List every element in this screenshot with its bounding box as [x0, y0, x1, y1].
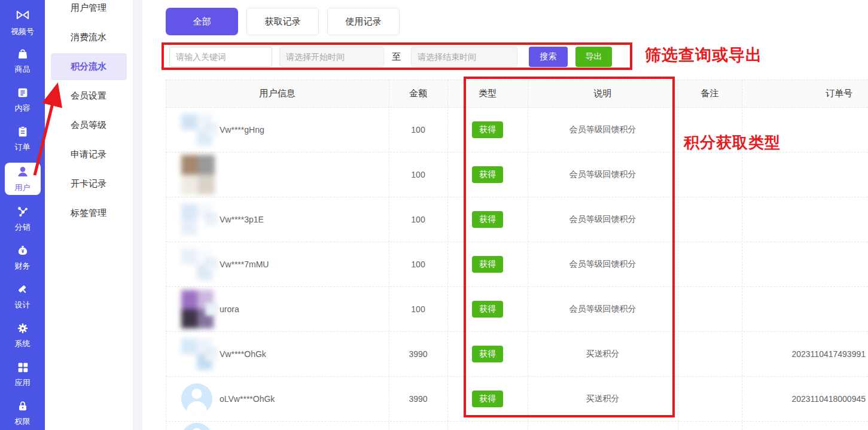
avatar	[181, 383, 212, 414]
tab-use-records[interactable]: 使用记录	[327, 8, 400, 35]
type-cell: 获得	[447, 332, 528, 376]
table-header: 用户信息 金额 类型 说明 备注 订单号	[166, 80, 868, 108]
type-badge: 获得	[472, 166, 503, 183]
name-blur-chip	[205, 258, 218, 271]
amount-cell: 100	[389, 108, 447, 152]
search-button[interactable]: 搜索	[529, 47, 568, 67]
user-name: Vw****3p1E	[220, 215, 264, 224]
order-no-cell: 2023110418000945	[742, 377, 867, 421]
tab-gain-records[interactable]: 获取记录	[246, 8, 319, 35]
user-name: Vw****OhGk	[220, 349, 266, 359]
order-no-cell	[742, 197, 867, 242]
menu-item-consume-flow[interactable]: 消费流水	[45, 23, 133, 52]
order-no-cell: 2023110417493991	[742, 332, 867, 376]
sidebar-item-finance[interactable]: ¥ 财务	[4, 243, 41, 273]
name-blur-chip	[205, 347, 218, 361]
tab-all[interactable]: 全部	[166, 8, 238, 35]
name-blur-chip	[205, 213, 218, 226]
desc-cell: 会员等级回馈积分	[528, 242, 678, 286]
menu-item-tag-management[interactable]: 标签管理	[45, 199, 133, 228]
type-cell: 获得	[447, 153, 528, 197]
order-no-cell	[742, 153, 867, 197]
points-flow-admin-page: 视频号 商品 内容	[0, 0, 868, 430]
desc-cell: 买送积分	[528, 377, 678, 421]
sidebar-item-users[interactable]: 用户	[5, 163, 41, 195]
desc-cell: 买送积分	[528, 332, 678, 376]
amount-cell: 100	[389, 153, 447, 197]
type-badge: 获得	[472, 346, 503, 362]
distribution-network-icon	[16, 205, 29, 220]
remark-cell	[678, 377, 742, 421]
type-cell: 获得	[447, 108, 528, 152]
avatar	[181, 423, 212, 430]
table-row: Vw****3p1E 100 获得 会员等级回馈积分	[166, 197, 868, 242]
sidebar-item-orders[interactable]: 订单	[4, 124, 41, 154]
menu-item-user-management[interactable]: 用户管理	[45, 0, 133, 23]
content-divider	[133, 0, 142, 430]
type-cell: 获得	[447, 377, 528, 421]
order-no-cell	[742, 108, 867, 152]
sidebar-item-label: 用户	[15, 182, 31, 193]
name-blur-chip	[205, 303, 218, 316]
type-badge: 获得	[472, 391, 503, 407]
type-badge: 获得	[472, 301, 503, 318]
permission-lock-icon	[16, 399, 29, 414]
menu-item-member-level[interactable]: 会员等级	[45, 111, 133, 140]
order-no-cell	[742, 242, 867, 286]
sidebar-item-content[interactable]: 内容	[4, 85, 41, 115]
sidebar-item-permissions[interactable]: 权限	[4, 398, 41, 428]
type-cell: 获得	[447, 242, 528, 286]
user-name: urora	[220, 304, 239, 314]
remark-cell	[678, 287, 742, 331]
sidebar-item-system[interactable]: 系统	[4, 321, 41, 350]
column-header-type: 类型	[447, 80, 528, 107]
amount-cell: 3990	[389, 332, 447, 376]
table-body: Vw****gHng 100 获得 会员等级回馈积分 100 获得 会员等级回馈…	[166, 108, 868, 422]
start-time-input[interactable]	[279, 47, 384, 67]
menu-item-points-flow[interactable]: 积分流水	[51, 53, 127, 80]
end-time-input[interactable]	[411, 47, 517, 67]
secondary-sidebar: 用户管理 消费流水 积分流水 会员设置 会员等级 申请记录 开卡记录 标签管理	[45, 0, 133, 430]
desc-cell: 会员等级回馈积分	[528, 287, 678, 331]
apps-grid-icon	[16, 361, 29, 376]
sidebar-item-design[interactable]: 设计	[4, 282, 41, 312]
avatar	[181, 155, 215, 194]
name-blur-chip	[205, 123, 218, 136]
column-header-desc: 说明	[528, 80, 678, 107]
sidebar-item-label: 权限	[15, 416, 31, 427]
sidebar-item-channels[interactable]: 视频号	[4, 7, 41, 37]
sidebar-item-goods[interactable]: 商品	[4, 46, 41, 76]
sidebar-item-distribution[interactable]: 分销	[4, 204, 41, 234]
column-header-user-info: 用户信息	[166, 80, 389, 107]
column-header-order-no: 订单号	[742, 80, 868, 107]
amount-cell: 3990	[389, 377, 447, 421]
keyword-input[interactable]	[169, 47, 272, 67]
menu-item-card-records[interactable]: 开卡记录	[45, 169, 133, 199]
amount-cell: 100	[389, 242, 447, 286]
order-no-cell	[742, 287, 867, 331]
type-badge: 获得	[472, 121, 503, 138]
user-name: Vw****7mMU	[220, 260, 269, 269]
table-row: Vw****OhGk 3990 获得 买送积分 2023110417493991	[166, 332, 868, 377]
remark-cell	[678, 242, 742, 286]
table-row: urora 100 获得 会员等级回馈积分	[166, 287, 868, 332]
sidebar-item-label: 系统	[15, 338, 31, 349]
range-separator-label: 至	[392, 51, 401, 63]
export-button[interactable]: 导出	[575, 47, 612, 67]
amount-cell: 100	[389, 287, 447, 331]
channels-logo-icon	[15, 7, 31, 25]
remark-cell	[678, 197, 742, 242]
goods-bag-icon	[16, 47, 29, 62]
sidebar-item-apps[interactable]: 应用	[4, 359, 41, 389]
finance-moneybag-icon: ¥	[16, 244, 29, 259]
menu-item-member-settings[interactable]: 会员设置	[45, 81, 133, 111]
user-name: oLVw****OhGk	[220, 394, 275, 404]
menu-item-apply-records[interactable]: 申请记录	[45, 140, 133, 169]
sidebar-item-label: 商品	[15, 64, 31, 75]
sidebar-item-label: 设计	[15, 300, 31, 310]
type-cell: 获得	[447, 197, 528, 242]
table-row: Vw****gHng 100 获得 会员等级回馈积分	[166, 108, 868, 153]
sidebar-item-label: 财务	[15, 261, 31, 272]
sidebar-item-label: 分销	[15, 222, 31, 233]
desc-cell: 会员等级回馈积分	[528, 108, 678, 152]
